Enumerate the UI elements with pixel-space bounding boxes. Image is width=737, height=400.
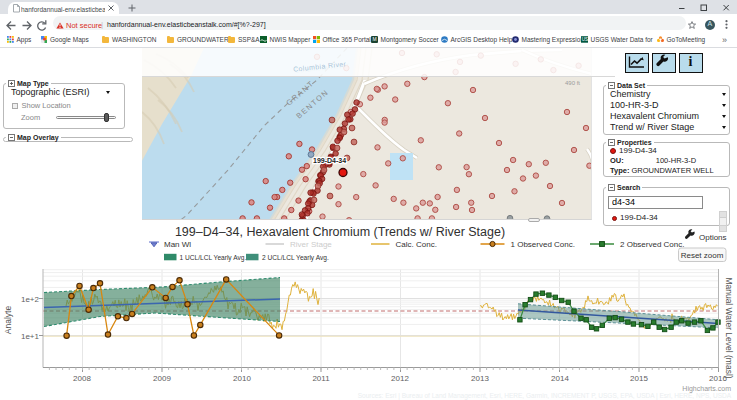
svg-text:1e+2: 1e+2 [21, 295, 40, 304]
svg-text:199-D4-34: 199-D4-34 [313, 157, 346, 164]
svg-text:Sources: Esri | Bureau of Land: Sources: Esri | Bureau of Land Managemen… [358, 392, 732, 400]
svg-text:Options: Options [699, 233, 727, 242]
svg-text:Calc. Conc.: Calc. Conc. [396, 240, 437, 249]
svg-text:M: M [372, 37, 376, 43]
svg-text:US: US [582, 37, 588, 42]
svg-text:2014: 2014 [551, 374, 569, 383]
svg-text:1e+1: 1e+1 [21, 332, 40, 341]
svg-text:490 ft: 490 ft [565, 80, 580, 86]
svg-text:Reset zoom: Reset zoom [681, 251, 724, 260]
svg-text:2009: 2009 [153, 374, 171, 383]
svg-text:199–D4–34, Hexavalent Chromium: 199–D4–34, Hexavalent Chromium (Trends w… [175, 225, 505, 239]
svg-text:2013: 2013 [471, 374, 489, 383]
svg-text:Manual Water Level (masl): Manual Water Level (masl) [724, 277, 734, 378]
svg-text:Man Wl: Man Wl [164, 240, 191, 249]
svg-text:2010: 2010 [233, 374, 251, 383]
svg-text:Analyte: Analyte [3, 306, 13, 335]
svg-text:2 UCL/LCL Yearly Avg.: 2 UCL/LCL Yearly Avg. [262, 254, 329, 262]
svg-text:2008: 2008 [73, 374, 91, 383]
svg-text:River Stage: River Stage [290, 240, 332, 249]
svg-text:2012: 2012 [391, 374, 409, 383]
svg-text:1 Observed Conc.: 1 Observed Conc. [511, 240, 575, 249]
svg-text:1 UCL/LCL Yearly Avg.: 1 UCL/LCL Yearly Avg. [180, 254, 247, 262]
svg-text:2011: 2011 [312, 374, 330, 383]
svg-text:2 Observed Conc.: 2 Observed Conc. [620, 240, 684, 249]
svg-text:2015: 2015 [630, 374, 648, 383]
